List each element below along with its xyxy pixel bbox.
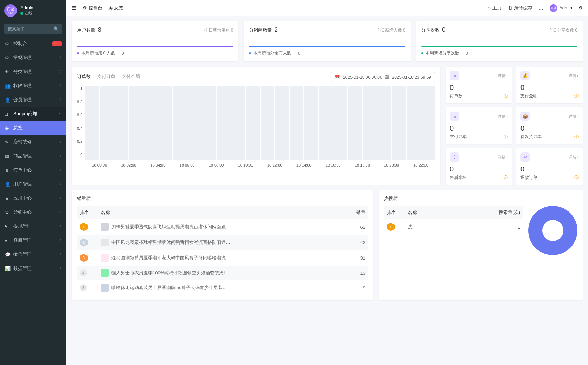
stat-icon: 📦 — [520, 112, 530, 121]
sidebar-item-Shopro商城[interactable]: □Shopro商城﹀ — [0, 107, 66, 121]
date-range-picker[interactable]: 📅 2025-01-18 00:00:00 至 2025-01-18 23:59… — [331, 72, 435, 82]
menu-icon: ⚙ — [5, 55, 11, 60]
sidebar-item-提现管理[interactable]: ¥提现管理〈 — [0, 219, 66, 233]
header-item-控制台[interactable]: ⚙控制台 — [83, 5, 102, 11]
dot-icon — [77, 52, 79, 54]
bar — [377, 86, 391, 160]
sidebar-item-会员管理[interactable]: 👤会员管理〈 — [0, 93, 66, 107]
stat-card: ↩详情 ›0退款订单ⓘ — [516, 148, 583, 185]
product-name: 刀锋男鞋夏季透气防臭飞织运动鞋男潮流百搭休闲网面跑步鞋大码46 — [111, 224, 231, 230]
chevron-left-icon: 〈 — [58, 55, 62, 60]
hot-search-table: 排名 名称 搜索量(次) 1皮1 — [384, 206, 523, 235]
sales-count: 42 — [344, 235, 368, 250]
sidebar-item-总览[interactable]: ◉总览 — [0, 121, 66, 135]
table-row[interactable]: 1刀锋男鞋夏季透气防臭飞织运动鞋男潮流百搭休闲网面跑步鞋大码4662 — [77, 219, 368, 235]
sidebar: 商城 B2C Admin 在线 🔍 ⚙控制台hot⚙常规管理〈❀分类管理〈👥权限… — [0, 0, 66, 306]
sidebar-item-常规管理[interactable]: ⚙常规管理〈 — [0, 51, 66, 65]
table-row[interactable]: 4猫人男士睡衣男夏季100%纯棉薄款圆领套头短袖套装男ins潮休闲运动...13 — [77, 266, 368, 280]
stat-icon: 🗎 — [450, 112, 459, 121]
stat-value: 0 — [450, 124, 508, 132]
tab-paid-orders[interactable]: 支付订单 — [97, 73, 115, 81]
product-name: 嘻哈休闲运动套装男士夏季潮牌ins胖子大码青少年男装短裤短袖t恤 — [111, 285, 231, 291]
sidebar-item-客服管理[interactable]: ≡客服管理〈 — [0, 233, 66, 247]
chevron-left-icon: 〈 — [58, 252, 62, 257]
sidebar-item-权限管理[interactable]: 👥权限管理〈 — [0, 79, 66, 93]
detail-link[interactable]: 详情 › — [498, 114, 508, 119]
sidebar-item-数据管理[interactable]: 📊数据管理〈 — [0, 261, 66, 275]
header-action[interactable]: ⌂主页 — [488, 5, 501, 11]
user-status: 在线 — [20, 11, 33, 16]
avatar: 商城 B2C — [4, 4, 17, 17]
warning-icon: ⓘ — [504, 93, 508, 99]
trend-line — [421, 46, 577, 47]
chevron-left-icon: 〈 — [58, 210, 62, 215]
menu-icon: 📊 — [5, 266, 11, 271]
table-row[interactable]: 1皮1 — [384, 219, 523, 235]
menu-icon: 💬 — [5, 252, 11, 257]
menu-icon: ❀ — [5, 69, 11, 74]
header-icon: ⚙ — [579, 5, 583, 11]
detail-link[interactable]: 详情 › — [569, 114, 579, 119]
detail-link[interactable]: 详情 › — [569, 73, 579, 78]
sidebar-item-分销中心[interactable]: ⚙分销中心〈 — [0, 205, 66, 219]
menu-icon: ▦ — [5, 154, 11, 159]
menu-label: 应用中心 — [13, 195, 58, 201]
rank-badge: 1 — [387, 223, 395, 231]
bar — [158, 86, 172, 160]
stat-label: 支付订单 — [450, 134, 467, 140]
product-thumb — [101, 269, 109, 277]
sidebar-item-应用中心[interactable]: ★应用中心〈 — [0, 191, 66, 205]
header-icon: ⌂ — [488, 5, 491, 11]
table-row[interactable]: 5嘻哈休闲运动套装男士夏季潮牌ins胖子大码青少年男装短裤短袖t恤9 — [77, 280, 368, 295]
tab-paid-amount[interactable]: 支付金额 — [122, 73, 140, 81]
card-title: 分享次数 — [421, 27, 440, 33]
header-action[interactable]: ⛶ — [539, 5, 543, 11]
sidebar-item-用户管理[interactable]: 👤用户管理〈 — [0, 177, 66, 191]
footer-value: 0 — [298, 51, 300, 56]
sales-table: 排名 名称 销量 1刀锋男鞋夏季透气防臭飞织运动鞋男潮流百搭休闲网面跑步鞋大码4… — [77, 206, 368, 295]
menu-toggle-icon[interactable]: ☰ — [72, 5, 76, 11]
detail-link[interactable]: 详情 › — [498, 155, 508, 160]
sales-panel: 销量榜 排名 名称 销量 1刀锋男鞋夏季透气防臭飞织运动鞋男潮流百搭休闲网面跑步… — [72, 190, 373, 300]
header-action[interactable]: 🗑清除缓存 — [508, 5, 532, 11]
sidebar-item-订单中心[interactable]: 🗎订单中心〈 — [0, 163, 66, 177]
sidebar-item-控制台[interactable]: ⚙控制台hot — [0, 37, 66, 51]
table-row[interactable]: 3森马国潮短裤男夏季潮印花大码中国风裤子休闲嘻哈潮流宽松五分裤31 — [77, 250, 368, 266]
warning-icon: ⓘ — [504, 134, 508, 140]
bar — [333, 86, 347, 160]
panel-title: 热搜榜 — [384, 195, 523, 202]
bar — [217, 86, 231, 160]
menu-label: 权限管理 — [13, 83, 58, 89]
search-count: 1 — [491, 219, 523, 235]
sales-count: 13 — [344, 266, 368, 280]
chevron-left-icon: 〈 — [58, 238, 62, 243]
calendar-icon: 📅 — [335, 75, 340, 80]
table-row[interactable]: 2中国风龙图案棒球帽男潮牌休闲鸭舌帽女潮流百搭防晒遮阳太阳帽子42 — [77, 235, 368, 250]
footer-label: 本周新增分享次数 — [426, 50, 459, 56]
detail-link[interactable]: 详情 › — [569, 155, 579, 160]
search-icon[interactable]: 🔍 — [53, 26, 59, 31]
detail-link[interactable]: 详情 › — [498, 73, 508, 78]
stat-label: 订单数 — [450, 93, 462, 99]
tab-orders[interactable]: 订单数 — [77, 73, 91, 81]
menu-icon: □ — [5, 111, 11, 117]
bar — [246, 86, 260, 160]
product-name: 森马国潮短裤男夏季潮印花大码中国风裤子休闲嘻哈潮流宽松五分裤 — [111, 255, 231, 261]
header-action[interactable]: 商城Admin — [550, 4, 572, 12]
stat-value: 0 — [520, 124, 579, 132]
product-name: 中国风龙图案棒球帽男潮牌休闲鸭舌帽女潮流百搭防晒遮阳太阳帽子 — [111, 239, 231, 246]
footer-label: 本周新增用户人数 — [81, 50, 115, 56]
header-item-总览[interactable]: ◉总览 — [109, 5, 123, 11]
header: ☰ ⚙控制台◉总览 ⌂主页🗑清除缓存⛶商城Admin⚙ — [66, 0, 588, 16]
sidebar-item-店铺装修[interactable]: ✎店铺装修〈 — [0, 135, 66, 149]
sidebar-item-分类管理[interactable]: ❀分类管理〈 — [0, 65, 66, 79]
stat-icon: 🛡 — [450, 152, 459, 162]
header-action[interactable]: ⚙ — [579, 5, 583, 11]
stat-icon: 🗎 — [450, 71, 459, 80]
user-panel: 商城 B2C Admin 在线 — [0, 0, 66, 21]
sidebar-item-商品管理[interactable]: ▦商品管理〈 — [0, 149, 66, 163]
chevron-left-icon: 〈 — [58, 83, 62, 88]
stat-value: 0 — [450, 165, 508, 173]
sidebar-item-微信管理[interactable]: 💬微信管理〈 — [0, 247, 66, 261]
stat-label: 支付金额 — [520, 93, 537, 99]
